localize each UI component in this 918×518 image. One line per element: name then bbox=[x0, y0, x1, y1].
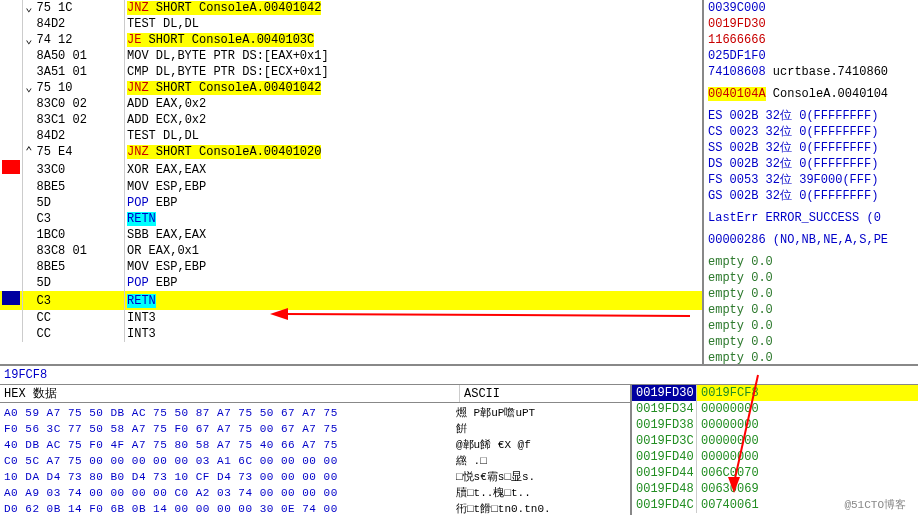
register-value: 11666666 bbox=[708, 32, 914, 48]
disasm-row[interactable]: 33C0XOR EAX,EAX bbox=[0, 160, 702, 179]
disasm-row[interactable]: ⌃75 E4JNZ SHORT ConsoleA.00401020 bbox=[0, 144, 702, 160]
disasm-row[interactable]: ⌄74 12JE SHORT ConsoleA.0040103C bbox=[0, 32, 702, 48]
disasm-row[interactable]: 84D2TEST DL,DL bbox=[0, 16, 702, 32]
fpu-register: empty 0.0 bbox=[708, 318, 914, 334]
main-container: ⌄75 1CJNZ SHORT ConsoleA.0040104284D2TES… bbox=[0, 0, 918, 365]
watermark: @51CTO博客 bbox=[844, 497, 906, 512]
stack-row[interactable]: 0019FD3400000000 bbox=[632, 401, 918, 417]
hex-row[interactable]: 10 DA D4 73 80 B0 D4 73 10 CF D4 73 00 0… bbox=[4, 469, 626, 485]
disasm-row[interactable]: 1BC0SBB EAX,EAX bbox=[0, 227, 702, 243]
disasm-row[interactable]: 5DPOP EBP bbox=[0, 275, 702, 291]
register-value: 74108608 ucrtbase.7410860 bbox=[708, 64, 914, 80]
registers-panel[interactable]: 0039C0000019FD3011666666025DF1F074108608… bbox=[704, 0, 918, 364]
disasm-row[interactable]: ⌄75 1CJNZ SHORT ConsoleA.00401042 bbox=[0, 0, 702, 16]
fpu-register: empty 0.0 bbox=[708, 350, 914, 364]
stack-body[interactable]: 0019FD300019FCF80019FD34000000000019FD38… bbox=[632, 385, 918, 513]
stack-row[interactable]: 0019FD3C00000000 bbox=[632, 433, 918, 449]
stack-row[interactable]: 0019FD44006C0070 bbox=[632, 465, 918, 481]
hex-row[interactable]: 40 DB AC 75 F0 4F A7 75 80 58 A7 75 40 6… bbox=[4, 437, 626, 453]
disasm-row[interactable]: 5DPOP EBP bbox=[0, 195, 702, 211]
info-line: 19FCF8 bbox=[0, 365, 918, 385]
fpu-register: empty 0.0 bbox=[708, 334, 914, 350]
eflags: 00000286 (NO,NB,NE,A,S,PE bbox=[708, 232, 914, 248]
hex-header: HEX 数据 ASCII bbox=[0, 385, 630, 403]
fpu-register: empty 0.0 bbox=[708, 286, 914, 302]
hex-row[interactable]: A0 59 A7 75 50 DB AC 75 50 87 A7 75 50 6… bbox=[4, 405, 626, 421]
stack-row[interactable]: 0019FD300019FCF8 bbox=[632, 385, 918, 401]
disasm-row[interactable]: CCINT3 bbox=[0, 326, 702, 342]
hex-dump-panel[interactable]: HEX 数据 ASCII A0 59 A7 75 50 DB AC 75 50 … bbox=[0, 385, 632, 515]
stack-row[interactable]: 0019FD3800000000 bbox=[632, 417, 918, 433]
hex-header-label: HEX 数据 bbox=[0, 385, 460, 402]
segment-register: GS 002B 32位 0(FFFFFFFF) bbox=[708, 188, 914, 204]
disasm-row[interactable]: 83C1 02ADD ECX,0x2 bbox=[0, 112, 702, 128]
segment-register: SS 002B 32位 0(FFFFFFFF) bbox=[708, 140, 914, 156]
fpu-register: empty 0.0 bbox=[708, 270, 914, 286]
bottom-container: HEX 数据 ASCII A0 59 A7 75 50 DB AC 75 50 … bbox=[0, 385, 918, 515]
disasm-row[interactable]: 83C8 01OR EAX,0x1 bbox=[0, 243, 702, 259]
register-value: 025DF1F0 bbox=[708, 48, 914, 64]
hex-row[interactable]: F0 56 3C 77 50 58 A7 75 F0 67 A7 75 00 6… bbox=[4, 421, 626, 437]
eip-value: 0040104A ConsoleA.0040104 bbox=[708, 86, 914, 102]
disasm-row[interactable]: 8BE5MOV ESP,EBP bbox=[0, 179, 702, 195]
disasm-row[interactable]: 83C0 02ADD EAX,0x2 bbox=[0, 96, 702, 112]
hex-row[interactable]: C0 5C A7 75 00 00 00 00 00 03 A1 6C 00 0… bbox=[4, 453, 626, 469]
stack-row[interactable]: 0019FD4000000000 bbox=[632, 449, 918, 465]
ascii-header-label: ASCII bbox=[460, 385, 630, 402]
hex-row[interactable]: D0 62 0B 14 F0 6B 0B 14 00 00 00 00 30 0… bbox=[4, 501, 626, 517]
register-value: 0039C000 bbox=[708, 0, 914, 16]
hex-row[interactable]: A0 A9 03 74 00 00 00 00 C0 A2 03 74 00 0… bbox=[4, 485, 626, 501]
disasm-row[interactable]: 8BE5MOV ESP,EBP bbox=[0, 259, 702, 275]
disasm-row[interactable]: CCINT3 bbox=[0, 310, 702, 326]
last-error: LastErr ERROR_SUCCESS (0 bbox=[708, 210, 914, 226]
fpu-register: empty 0.0 bbox=[708, 302, 914, 318]
disasm-row[interactable]: 84D2TEST DL,DL bbox=[0, 128, 702, 144]
disassembly-panel[interactable]: ⌄75 1CJNZ SHORT ConsoleA.0040104284D2TES… bbox=[0, 0, 704, 364]
stack-row[interactable]: 0019FD4800630069 bbox=[632, 481, 918, 497]
disasm-row[interactable]: 8A50 01MOV DL,BYTE PTR DS:[EAX+0x1] bbox=[0, 48, 702, 64]
disasm-row[interactable]: ⌄75 10JNZ SHORT ConsoleA.00401042 bbox=[0, 80, 702, 96]
disasm-row[interactable]: 3A51 01CMP DL,BYTE PTR DS:[ECX+0x1] bbox=[0, 64, 702, 80]
hex-body[interactable]: A0 59 A7 75 50 DB AC 75 50 87 A7 75 50 6… bbox=[0, 403, 630, 518]
segment-register: FS 0053 32位 39F000(FFF) bbox=[708, 172, 914, 188]
segment-register: DS 002B 32位 0(FFFFFFFF) bbox=[708, 156, 914, 172]
segment-register: CS 0023 32位 0(FFFFFFFF) bbox=[708, 124, 914, 140]
disassembly-table[interactable]: ⌄75 1CJNZ SHORT ConsoleA.0040104284D2TES… bbox=[0, 0, 702, 342]
disasm-row[interactable]: C3RETN bbox=[0, 211, 702, 227]
register-value: 0019FD30 bbox=[708, 16, 914, 32]
fpu-register: empty 0.0 bbox=[708, 254, 914, 270]
segment-register: ES 002B 32位 0(FFFFFFFF) bbox=[708, 108, 914, 124]
stack-panel[interactable]: 0019FD300019FCF80019FD34000000000019FD38… bbox=[632, 385, 918, 515]
disasm-row[interactable]: C3RETN bbox=[0, 291, 702, 310]
